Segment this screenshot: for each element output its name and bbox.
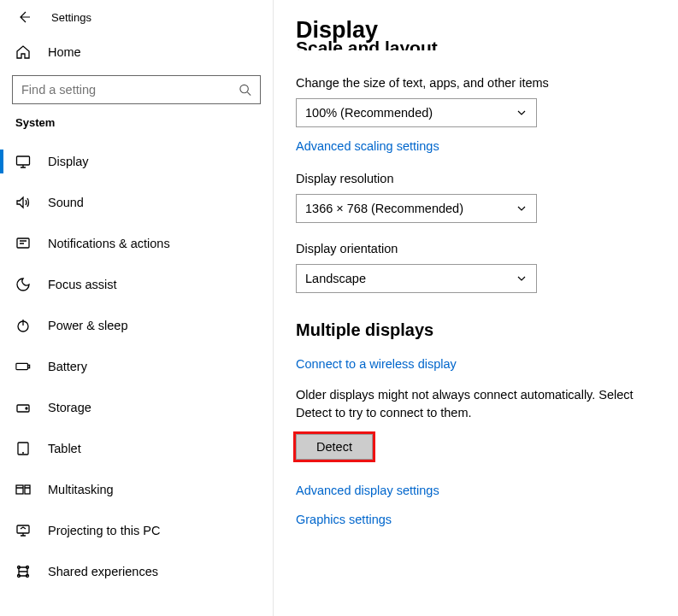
focus-assist-icon xyxy=(15,277,31,292)
nav-shared-experiences[interactable]: Shared experiences xyxy=(0,551,273,592)
scale-label: Change the size of text, apps, and other… xyxy=(296,76,669,90)
nav-label: Power & sleep xyxy=(48,319,128,332)
svg-rect-9 xyxy=(16,485,23,494)
nav-projecting[interactable]: Projecting to this PC xyxy=(0,510,273,551)
arrow-left-icon xyxy=(17,10,31,24)
resolution-dropdown[interactable]: 1366 × 768 (Recommended) xyxy=(296,194,537,223)
advanced-display-link[interactable]: Advanced display settings xyxy=(296,484,669,497)
nav-label: Battery xyxy=(48,360,87,373)
topbar: Settings xyxy=(0,0,273,34)
connect-wireless-link[interactable]: Connect to a wireless display xyxy=(296,357,669,371)
projecting-icon xyxy=(15,523,31,538)
nav-label: Shared experiences xyxy=(48,565,158,578)
multiple-displays-heading: Multiple displays xyxy=(296,320,669,340)
home-nav[interactable]: Home xyxy=(0,34,273,70)
nav-label: Storage xyxy=(48,401,91,414)
nav-label: Notifications & actions xyxy=(48,237,170,250)
svg-rect-4 xyxy=(16,363,28,369)
search-icon xyxy=(239,83,251,97)
subheading-scale-layout: Scale and layout xyxy=(296,38,669,50)
chevron-down-icon xyxy=(516,273,528,285)
nav-list: Display Sound Notifications & actions Fo… xyxy=(0,141,273,616)
nav-label: Sound xyxy=(48,196,84,209)
orientation-dropdown[interactable]: Landscape xyxy=(296,264,537,293)
tablet-icon xyxy=(15,441,31,456)
sidebar-section-title: System xyxy=(0,114,273,141)
scale-dropdown[interactable]: 100% (Recommended) xyxy=(296,98,537,127)
svg-rect-10 xyxy=(25,485,30,494)
svg-point-7 xyxy=(26,408,27,409)
nav-battery[interactable]: Battery xyxy=(0,346,273,387)
storage-icon xyxy=(15,400,31,415)
svg-rect-5 xyxy=(28,365,30,368)
nav-power-sleep[interactable]: Power & sleep xyxy=(0,305,273,346)
battery-icon xyxy=(15,359,31,374)
nav-label: Focus assist xyxy=(48,278,117,291)
app-title: Settings xyxy=(51,11,91,24)
nav-label: Multitasking xyxy=(48,483,114,496)
nav-storage[interactable]: Storage xyxy=(0,387,273,428)
chevron-down-icon xyxy=(516,202,528,214)
display-icon xyxy=(15,154,31,169)
nav-multitasking[interactable]: Multitasking xyxy=(0,469,273,510)
chevron-down-icon xyxy=(516,107,528,119)
shared-icon xyxy=(15,564,31,579)
nav-notifications[interactable]: Notifications & actions xyxy=(0,223,273,264)
advanced-scaling-link[interactable]: Advanced scaling settings xyxy=(296,139,669,153)
resolution-label: Display resolution xyxy=(296,172,669,185)
nav-label: Projecting to this PC xyxy=(48,524,160,537)
orientation-label: Display orientation xyxy=(296,242,669,255)
home-icon xyxy=(15,44,31,60)
detect-button[interactable]: Detect xyxy=(296,434,373,460)
resolution-value: 1366 × 768 (Recommended) xyxy=(305,202,463,215)
back-button[interactable] xyxy=(15,9,32,26)
scale-value: 100% (Recommended) xyxy=(305,106,433,120)
multitasking-icon xyxy=(15,482,31,497)
notifications-icon xyxy=(15,236,31,251)
home-label: Home xyxy=(48,45,81,59)
nav-tablet[interactable]: Tablet xyxy=(0,428,273,469)
nav-display[interactable]: Display xyxy=(0,141,273,182)
search-box[interactable] xyxy=(12,75,261,104)
nav-label: Display xyxy=(48,155,89,168)
sidebar: Settings Home System Display Sound Notif… xyxy=(0,0,274,616)
svg-rect-1 xyxy=(17,156,30,165)
content: Display Scale and layout Change the size… xyxy=(274,0,678,616)
search-wrap xyxy=(12,75,261,104)
svg-point-0 xyxy=(240,85,248,92)
sound-icon xyxy=(15,195,31,210)
nav-label: Tablet xyxy=(48,442,81,455)
power-icon xyxy=(15,318,31,333)
nav-focus-assist[interactable]: Focus assist xyxy=(0,264,273,305)
orientation-value: Landscape xyxy=(305,272,366,285)
graphics-settings-link[interactable]: Graphics settings xyxy=(296,513,669,526)
search-input[interactable] xyxy=(21,83,239,97)
detect-help-text: Older displays might not always connect … xyxy=(296,386,669,422)
nav-sound[interactable]: Sound xyxy=(0,182,273,223)
